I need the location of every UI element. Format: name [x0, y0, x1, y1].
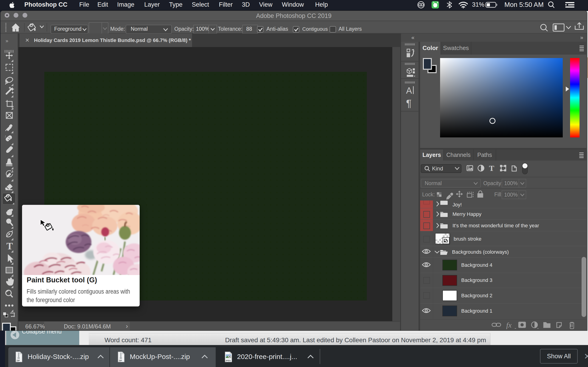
svg-text:Opacity:: Opacity:: [483, 180, 502, 186]
svg-text:A: A: [406, 86, 412, 95]
svg-text:All Layers: All Layers: [338, 26, 362, 32]
svg-text:Foreground: Foreground: [54, 26, 82, 32]
svg-text:Opacity:: Opacity:: [174, 26, 194, 32]
svg-text:Contiguous: Contiguous: [302, 26, 328, 32]
svg-text:88: 88: [246, 26, 252, 32]
svg-text:Normal: Normal: [425, 180, 442, 186]
svg-text:Normal: Normal: [131, 26, 148, 32]
svg-text:JPEG: JPEG: [225, 359, 231, 362]
svg-text:ZIP: ZIP: [119, 359, 122, 362]
svg-text:Tolerance:: Tolerance:: [218, 26, 242, 32]
svg-text:T: T: [6, 241, 13, 251]
svg-text:»: »: [6, 38, 8, 44]
svg-text:¶: ¶: [406, 98, 412, 109]
svg-text:100%: 100%: [196, 26, 209, 32]
svg-text:ZIP: ZIP: [17, 359, 20, 362]
svg-text:fx: fx: [506, 321, 511, 329]
svg-text:Anti-alias: Anti-alias: [267, 26, 288, 32]
svg-text:100%: 100%: [504, 180, 518, 186]
svg-text:100%: 100%: [504, 192, 518, 198]
svg-text:Kind: Kind: [432, 165, 443, 172]
svg-text:Lock:: Lock:: [422, 192, 435, 198]
svg-text:T: T: [489, 164, 494, 173]
svg-text:Fill:: Fill:: [494, 192, 502, 198]
svg-text:Mode:: Mode:: [110, 26, 125, 32]
